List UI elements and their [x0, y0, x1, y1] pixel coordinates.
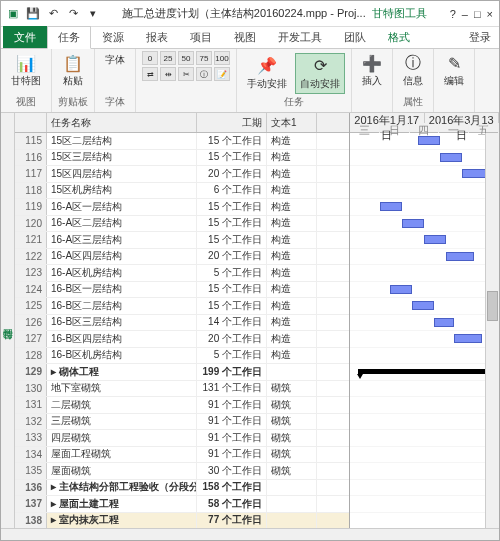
- auto-schedule-button[interactable]: ⟳自动安排: [295, 53, 345, 94]
- table-row[interactable]: 12716-B区四层结构20 个工作日构造: [15, 331, 349, 348]
- font-button[interactable]: 字体: [101, 51, 129, 69]
- cell-text[interactable]: 构造: [267, 232, 317, 248]
- task-bar[interactable]: [380, 202, 402, 211]
- gantt-bars[interactable]: [350, 133, 499, 528]
- close-icon[interactable]: ×: [487, 8, 493, 20]
- cell-duration[interactable]: 20 个工作日: [197, 166, 267, 182]
- table-row[interactable]: 130地下室砌筑131 个工作日砌筑: [15, 381, 349, 398]
- cell-id[interactable]: 116: [15, 150, 47, 166]
- cell-name[interactable]: 16-A区二层结构: [47, 216, 197, 232]
- cell-text[interactable]: 构造: [267, 150, 317, 166]
- manual-schedule-button[interactable]: 📌手动安排: [243, 54, 291, 93]
- pct-0-icon[interactable]: 0: [142, 51, 158, 65]
- cell-text[interactable]: 砌筑: [267, 447, 317, 463]
- cell-duration[interactable]: 15 个工作日: [197, 199, 267, 215]
- cell-text[interactable]: 构造: [267, 331, 317, 347]
- task-bar[interactable]: [440, 153, 462, 162]
- qat-dropdown-icon[interactable]: ▾: [85, 6, 101, 22]
- tab-file[interactable]: 文件: [3, 26, 47, 48]
- cell-name[interactable]: 地下室砌筑: [47, 381, 197, 397]
- cell-text[interactable]: 构造: [267, 249, 317, 265]
- pct-50-icon[interactable]: 50: [178, 51, 194, 65]
- cell-id[interactable]: 132: [15, 414, 47, 430]
- tab-view[interactable]: 视图: [223, 26, 267, 48]
- cell-duration[interactable]: 91 个工作日: [197, 397, 267, 413]
- cell-text[interactable]: [267, 496, 317, 512]
- tab-developer[interactable]: 开发工具: [267, 26, 333, 48]
- cell-id[interactable]: 126: [15, 315, 47, 331]
- info-small-icon[interactable]: ⓘ: [196, 67, 212, 81]
- table-row[interactable]: 11515区二层结构15 个工作日构造: [15, 133, 349, 150]
- login-link[interactable]: 登录: [461, 27, 499, 48]
- link-icon[interactable]: ⇄: [142, 67, 158, 81]
- insert-button[interactable]: ➕插入: [358, 51, 386, 90]
- gantt-row[interactable]: [350, 166, 499, 183]
- cell-name[interactable]: 四层砌筑: [47, 430, 197, 446]
- cell-id[interactable]: 124: [15, 282, 47, 298]
- cell-duration[interactable]: 15 个工作日: [197, 298, 267, 314]
- cell-text[interactable]: [267, 364, 317, 380]
- gantt-row[interactable]: [350, 265, 499, 282]
- scroll-thumb[interactable]: [487, 291, 498, 321]
- cell-name[interactable]: ▸ 砌体工程: [47, 364, 197, 380]
- cell-text[interactable]: 构造: [267, 166, 317, 182]
- edit-button[interactable]: ✎编辑: [440, 51, 468, 90]
- cell-duration[interactable]: 158 个工作日: [197, 480, 267, 496]
- cell-id[interactable]: 120: [15, 216, 47, 232]
- table-row[interactable]: 138▸ 室内抹灰工程77 个工作日: [15, 513, 349, 529]
- task-bar[interactable]: [390, 285, 412, 294]
- task-bar[interactable]: [446, 252, 474, 261]
- gantt-row[interactable]: [350, 298, 499, 315]
- cell-duration[interactable]: 6 个工作日: [197, 183, 267, 199]
- tab-resource[interactable]: 资源: [91, 26, 135, 48]
- table-row[interactable]: 134屋面工程砌筑91 个工作日砌筑: [15, 447, 349, 464]
- task-bar[interactable]: [402, 219, 424, 228]
- summary-bar[interactable]: [358, 369, 498, 374]
- cell-id[interactable]: 137: [15, 496, 47, 512]
- cell-duration[interactable]: 30 个工作日: [197, 463, 267, 479]
- cell-name[interactable]: 屋面工程砌筑: [47, 447, 197, 463]
- notes-icon[interactable]: 📝: [214, 67, 230, 81]
- cell-duration[interactable]: 91 个工作日: [197, 414, 267, 430]
- pct-100-icon[interactable]: 100: [214, 51, 230, 65]
- cell-id[interactable]: 135: [15, 463, 47, 479]
- gantt-row[interactable]: [350, 199, 499, 216]
- cell-id[interactable]: 119: [15, 199, 47, 215]
- gantt-row[interactable]: [350, 150, 499, 167]
- cell-name[interactable]: 15区机房结构: [47, 183, 197, 199]
- cell-duration[interactable]: 15 个工作日: [197, 133, 267, 149]
- cell-duration[interactable]: 15 个工作日: [197, 216, 267, 232]
- info-button[interactable]: ⓘ信息: [399, 51, 427, 90]
- task-bar[interactable]: [412, 301, 434, 310]
- cell-id[interactable]: 127: [15, 331, 47, 347]
- cell-name[interactable]: 16-A区三层结构: [47, 232, 197, 248]
- cell-id[interactable]: 118: [15, 183, 47, 199]
- table-row[interactable]: 12816-B区机房结构5 个工作日构造: [15, 348, 349, 365]
- gantt-row[interactable]: [350, 513, 499, 529]
- gantt-row[interactable]: [350, 133, 499, 150]
- gantt-view-button[interactable]: 📊甘特图: [7, 51, 45, 90]
- split-icon[interactable]: ✂: [178, 67, 194, 81]
- cell-duration[interactable]: 15 个工作日: [197, 282, 267, 298]
- table-row[interactable]: 135屋面砌筑30 个工作日砌筑: [15, 463, 349, 480]
- redo-icon[interactable]: ↷: [65, 6, 81, 22]
- gantt-row[interactable]: [350, 480, 499, 497]
- gantt-row[interactable]: [350, 463, 499, 480]
- cell-text[interactable]: 砌筑: [267, 463, 317, 479]
- cell-id[interactable]: 122: [15, 249, 47, 265]
- gantt-row[interactable]: [350, 496, 499, 513]
- gantt-row[interactable]: [350, 381, 499, 398]
- cell-duration[interactable]: 14 个工作日: [197, 315, 267, 331]
- cell-id[interactable]: 121: [15, 232, 47, 248]
- table-row[interactable]: 12416-B区一层结构15 个工作日构造: [15, 282, 349, 299]
- cell-name[interactable]: ▸ 主体结构分部工程验收（分段分层）: [47, 480, 197, 496]
- cell-name[interactable]: ▸ 室内抹灰工程: [47, 513, 197, 529]
- cell-id[interactable]: 117: [15, 166, 47, 182]
- cell-text[interactable]: 构造: [267, 183, 317, 199]
- table-row[interactable]: 12316-A区机房结构5 个工作日构造: [15, 265, 349, 282]
- maximize-icon[interactable]: □: [474, 8, 481, 20]
- table-row[interactable]: 12016-A区二层结构15 个工作日构造: [15, 216, 349, 233]
- cell-duration[interactable]: 131 个工作日: [197, 381, 267, 397]
- pct-25-icon[interactable]: 25: [160, 51, 176, 65]
- header-duration[interactable]: 工期: [197, 113, 267, 132]
